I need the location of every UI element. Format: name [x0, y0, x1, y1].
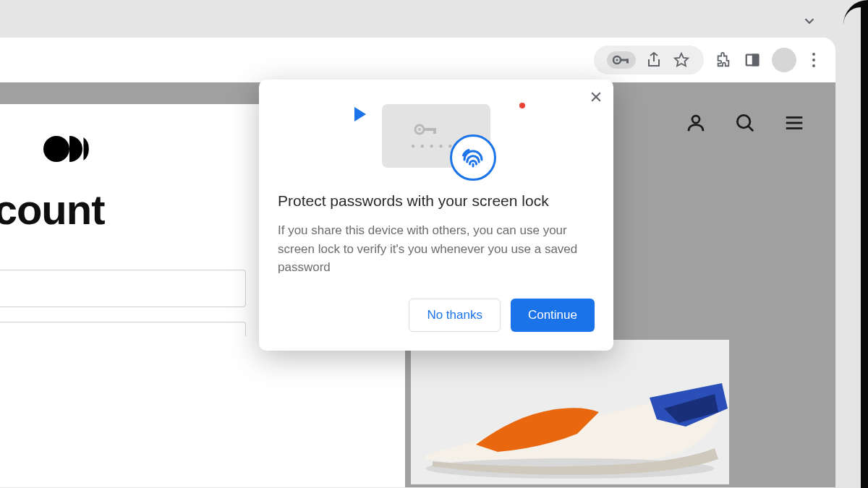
- fingerprint-icon: [450, 134, 496, 181]
- star-icon[interactable]: [672, 51, 691, 69]
- continue-button[interactable]: Continue: [511, 299, 595, 332]
- laptop-icon: ● ● ● ● ● ●: [382, 104, 490, 168]
- key-icon: [414, 123, 438, 139]
- svg-point-8: [737, 115, 750, 128]
- svg-rect-21: [433, 128, 436, 134]
- svg-point-1: [616, 59, 618, 61]
- no-thanks-button[interactable]: No thanks: [409, 299, 501, 332]
- hamburger-menu-icon[interactable]: [783, 112, 805, 137]
- browser-toolbar: [0, 38, 835, 82]
- sidepanel-icon[interactable]: [743, 51, 762, 69]
- email-field[interactable]: [0, 270, 246, 307]
- omnibox-actions: [594, 46, 704, 74]
- svg-point-7: [692, 116, 699, 123]
- search-icon[interactable]: [734, 112, 756, 137]
- svg-rect-6: [753, 55, 758, 66]
- play-icon: [354, 107, 366, 121]
- recording-dot-icon: [519, 103, 525, 108]
- popup-body-text: If you share this device with others, yo…: [278, 221, 595, 277]
- svg-point-19: [418, 128, 421, 131]
- svg-point-13: [43, 136, 69, 162]
- password-field[interactable]: [0, 322, 246, 336]
- profile-avatar[interactable]: [772, 48, 796, 72]
- password-key-icon[interactable]: [607, 51, 636, 69]
- popup-illustration: ● ● ● ● ● ●: [278, 93, 595, 179]
- chevron-down-icon[interactable]: [801, 13, 817, 32]
- share-icon[interactable]: [644, 51, 663, 69]
- svg-marker-4: [675, 53, 688, 66]
- svg-rect-3: [626, 59, 629, 64]
- popup-title: Protect passwords with your screen lock: [278, 192, 595, 210]
- account-icon[interactable]: [685, 112, 707, 137]
- svg-line-9: [748, 126, 753, 131]
- screen-lock-popup: ● ● ● ● ● ● Protect passwords with your …: [259, 80, 613, 351]
- popup-actions: No thanks Continue: [278, 299, 595, 332]
- menu-icon[interactable]: [807, 53, 821, 67]
- product-image: [411, 340, 729, 484]
- extensions-icon[interactable]: [714, 51, 733, 69]
